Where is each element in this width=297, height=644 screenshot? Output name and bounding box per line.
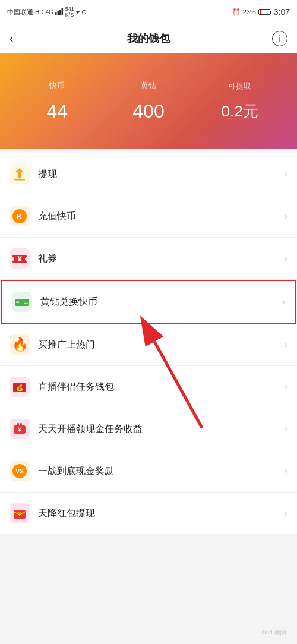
carrier-text: 中国联通 (7, 8, 33, 17)
tuiguang-label: 买推广上热门 (38, 339, 285, 351)
ketiqu-value: 0.2元 (222, 101, 258, 122)
zhibo-label: 直播伴侣任务钱包 (38, 381, 285, 393)
menu-item-liquan[interactable]: ¥ 礼券 › (0, 238, 297, 280)
info-button[interactable]: i (272, 31, 287, 46)
chongzhi-arrow-icon: › (285, 211, 287, 222)
svg-rect-3 (61, 8, 63, 15)
svg-text:¥: ¥ (17, 254, 22, 263)
tiantian-label: 天天开播领现金任务收益 (38, 423, 285, 435)
wallet-stat-huangzuan: 黄钻 400 (103, 80, 194, 122)
liquan-arrow-icon: › (285, 253, 287, 264)
svg-rect-2 (59, 10, 61, 15)
chongzhi-icon: K (10, 206, 30, 226)
hongbao-label: 天降红包提现 (38, 507, 285, 520)
menu-item-yizhan[interactable]: VS 一战到底现金奖励 › (0, 450, 297, 493)
svg-text:≡: ≡ (16, 299, 20, 306)
chongzhi-label: 充值快币 (38, 210, 285, 223)
kuaibi-label: 快币 (49, 80, 65, 91)
menu-item-tuiguang[interactable]: 🔥 买推广上热门 › (0, 324, 297, 366)
tuiguang-arrow-icon: › (285, 339, 287, 350)
signal-bars-icon (55, 8, 64, 16)
huandui-arrow-icon: › (282, 296, 285, 307)
network-type: HD (35, 9, 43, 15)
battery-icon (258, 9, 271, 15)
tixian-label: 提现 (38, 168, 285, 181)
time-display: 3:07 (274, 7, 290, 17)
svg-text:¥: ¥ (17, 426, 22, 433)
zhibo-arrow-icon: › (285, 381, 287, 392)
svg-rect-0 (55, 12, 57, 15)
huangzuan-value: 400 (132, 100, 164, 122)
menu-item-zhibo[interactable]: 💰 直播伴侣任务钱包 › (0, 366, 297, 408)
svg-text:K: K (17, 212, 23, 221)
page-title: 我的钱包 (127, 31, 170, 46)
speed-text: 541K/S (65, 6, 74, 18)
menu-item-tiantian[interactable]: ¥ 天天开播领现金任务收益 › (0, 408, 297, 450)
menu-item-tianjianghongbao[interactable]: ¥ 天降红包提现 › (0, 493, 297, 535)
ketiqu-label: 可提取 (228, 81, 251, 91)
menu-item-tixian[interactable]: 提现 › (0, 153, 297, 195)
wallet-stat-kuaibi: 快币 44 (12, 80, 103, 122)
svg-text:🔥: 🔥 (12, 336, 29, 352)
huandui-icon: ≡ ↔ (12, 292, 32, 312)
svg-rect-1 (57, 11, 59, 15)
tixian-icon (10, 164, 30, 184)
svg-rect-21 (17, 423, 19, 427)
network-gen: 4G (45, 9, 53, 15)
watermark: Baidu图库 (260, 629, 287, 637)
huangzuan-label: 黄钻 (141, 80, 156, 91)
kuaibi-value: 44 (47, 100, 68, 122)
status-bar: 中国联通 HD 4G 541K/S ♥ ⊕ ⏰ 23% 3:07 (0, 0, 297, 24)
app-header: ‹ 我的钱包 i (0, 24, 297, 53)
tiantian-icon: ¥ (10, 419, 30, 439)
svg-rect-5 (14, 179, 25, 181)
liquan-label: 礼券 (38, 252, 285, 265)
menu-item-huandui[interactable]: ≡ ↔ 黄钻兑换快币 › (1, 280, 296, 324)
yizhan-arrow-icon: › (285, 466, 287, 476)
huandui-label: 黄钻兑换快币 (40, 296, 282, 308)
menu-item-chongzhi[interactable]: K 充值快币 › (0, 195, 297, 238)
zhibo-icon: 💰 (10, 377, 30, 397)
tuiguang-icon: 🔥 (10, 334, 30, 355)
svg-text:↔: ↔ (23, 299, 29, 306)
svg-marker-4 (15, 168, 24, 178)
globe-icon: ⊕ (81, 8, 87, 16)
svg-text:VS: VS (15, 468, 24, 475)
yizhan-label: 一战到底现金奖励 (38, 465, 285, 478)
tixian-arrow-icon: › (285, 169, 287, 179)
wallet-banner: 快币 44 黄钻 400 可提取 0.2元 (0, 53, 297, 149)
wallet-stat-ketiqv: 可提取 0.2元 (194, 81, 285, 122)
hongbao-arrow-icon: › (285, 508, 287, 519)
svg-rect-22 (20, 423, 22, 427)
battery-percent: 23% (243, 8, 256, 15)
status-right: ⏰ 23% 3:07 (232, 7, 290, 17)
yizhan-icon: VS (10, 461, 30, 481)
svg-text:💰: 💰 (16, 384, 24, 392)
back-button[interactable]: ‹ (10, 31, 14, 45)
menu-list: 提现 › K 充值快币 › ¥ 礼券 › ≡ (0, 153, 297, 535)
heart-icon: ♥ (76, 8, 80, 15)
status-left: 中国联通 HD 4G 541K/S ♥ ⊕ (7, 6, 87, 18)
hongbao-icon: ¥ (10, 503, 30, 523)
tiantian-arrow-icon: › (285, 424, 287, 434)
liquan-icon: ¥ (10, 248, 30, 269)
clock-icon: ⏰ (232, 8, 241, 16)
